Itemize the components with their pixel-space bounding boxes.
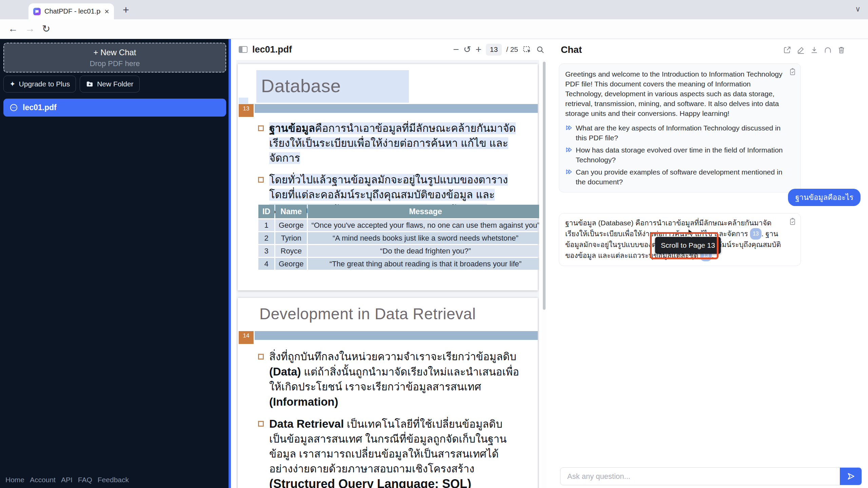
table-row: 1 George “Once you've accepted your flaw… — [258, 219, 539, 231]
slide14-page-badge: 14 — [239, 331, 254, 344]
suggested-question-1[interactable]: What are the key aspects of Information … — [565, 123, 785, 143]
pdf-scroll-area[interactable]: Database 13 ฐานข้อมูลคือการนำเอาข้อมูลที… — [236, 60, 539, 488]
sidebar-item-lec01-pdf[interactable]: lec01.pdf — [3, 99, 226, 117]
slide13-title-bar — [255, 104, 538, 113]
user-message: ฐานข้อมูลคืออะไร — [788, 189, 861, 206]
square-bullet-icon — [258, 177, 264, 183]
headset-icon[interactable] — [824, 46, 832, 54]
chat-message-list: Greetings and welcome to the Introductio… — [559, 60, 861, 462]
back-button[interactable]: ← — [8, 23, 18, 34]
table-row: 2 Tyrion “A mind needs books just like a… — [258, 232, 539, 244]
table-header-id: ID — [258, 205, 274, 218]
pdf-page-14: Development in Data Retrieval 14 สิ่งที่… — [238, 298, 538, 488]
zoom-in-button[interactable]: + — [475, 44, 481, 55]
footer-link-api[interactable]: API — [61, 476, 73, 484]
database-example-table: ID Name Message 1 George “Once you've ac… — [257, 204, 539, 271]
new-tab-button[interactable]: + — [123, 4, 129, 16]
download-icon[interactable] — [810, 46, 818, 54]
slide14-title: Development in Data Retrieval — [259, 305, 476, 323]
square-bullet-icon — [258, 125, 264, 131]
upgrade-to-plus-button[interactable]: ✦ Upgrade to Plus — [3, 76, 76, 93]
chat-panel: Chat — [558, 39, 868, 488]
pdf-title: lec01.pdf — [252, 44, 292, 55]
question-arrow-icon — [565, 168, 573, 187]
square-bullet-icon — [258, 354, 264, 360]
sidebar-footer: Home Account API FAQ Feedback — [5, 476, 129, 484]
sidebar-scrollbar[interactable] — [229, 39, 231, 488]
slide-deco-square — [239, 98, 248, 104]
browser-toolbar: ← → ↻ chatpdf.com/c/12UWEwLPiQHUuQqmjrvG… — [0, 19, 868, 39]
browser-tab[interactable]: ChatPDF - lec01.pdf × — [28, 3, 114, 19]
chat-input-bar — [560, 467, 862, 485]
slide13-title: Database — [261, 75, 341, 96]
reload-button[interactable]: ↻ — [42, 23, 50, 35]
question-arrow-icon — [565, 146, 573, 165]
page-total-label: / 25 — [506, 45, 518, 54]
page-reference-badge[interactable]: 13 — [750, 228, 762, 240]
footer-link-home[interactable]: Home — [5, 476, 24, 484]
pdf-scrollbar-thumb[interactable] — [543, 62, 546, 310]
search-icon[interactable] — [536, 45, 545, 54]
chat-bubble-icon — [9, 103, 18, 112]
chat-title: Chat — [561, 44, 582, 55]
snapshot-selection-icon[interactable] — [522, 45, 532, 54]
drop-pdf-hint: Drop PDF here — [4, 59, 225, 68]
table-row: 4 George “The great thing about reading … — [258, 258, 539, 270]
page-number-input[interactable]: 13 — [486, 44, 502, 56]
square-bullet-icon — [258, 421, 264, 427]
tab-title: ChatPDF - lec01.pdf — [44, 7, 101, 15]
folder-plus-icon — [86, 80, 94, 88]
chatpdf-favicon-icon — [33, 8, 41, 15]
zoom-out-button[interactable]: − — [453, 44, 459, 55]
browser-tabstrip: ChatPDF - lec01.pdf × + ∨ — [0, 0, 868, 19]
slide13-bullet-1: ฐานข้อมูลคือการนำเอาข้อมูลที่มีลักษณะคล้… — [258, 121, 520, 166]
question-input[interactable] — [560, 472, 840, 481]
copy-message-icon[interactable] — [789, 68, 796, 76]
footer-link-account[interactable]: Account — [30, 476, 56, 484]
table-header-name: Name — [275, 205, 307, 218]
footer-link-faq[interactable]: FAQ — [78, 476, 92, 484]
table-header-message: Message — [308, 205, 539, 218]
delete-chat-icon[interactable] — [837, 46, 846, 54]
slide13-page-badge: 13 — [239, 104, 254, 117]
new-folder-button[interactable]: New Folder — [80, 76, 139, 93]
edit-icon[interactable] — [796, 46, 805, 54]
slide14-bullet-1: สิ่งที่ถูกบันทึกลงในหน่วยความจำเราจะเรีย… — [258, 349, 520, 410]
chat-header: Chat — [558, 39, 868, 55]
scroll-to-page-tooltip: Scroll to Page 13 — [655, 237, 721, 254]
tabstrip-chevron-icon[interactable]: ∨ — [855, 5, 861, 14]
collapse-sidebar-icon[interactable] — [238, 45, 248, 54]
pdf-viewer-header: lec01.pdf − ↺ + 13 / 25 — [236, 39, 547, 60]
new-chat-button[interactable]: + New Chat — [4, 48, 225, 57]
pdf-viewer-panel: lec01.pdf − ↺ + 13 / 25 — [236, 39, 547, 488]
share-icon[interactable] — [783, 46, 791, 54]
suggested-question-3[interactable]: Can you provide examples of software dev… — [565, 167, 785, 187]
footer-link-feedback[interactable]: Feedback — [98, 476, 129, 484]
main-area: lec01.pdf − ↺ + 13 / 25 — [231, 39, 868, 488]
table-row: 3 Royce “Do the dead frighten you?” — [258, 245, 539, 257]
new-chat-dropzone[interactable]: + New Chat Drop PDF here — [3, 43, 226, 73]
question-arrow-icon — [565, 124, 573, 143]
rotate-button[interactable]: ↺ — [463, 45, 471, 54]
tab-close-icon[interactable]: × — [104, 7, 109, 16]
mouse-cursor-icon — [686, 228, 696, 238]
sparkle-icon: ✦ — [9, 80, 16, 88]
forward-button[interactable]: → — [25, 23, 35, 34]
copy-message-icon[interactable] — [789, 218, 796, 225]
assistant-greeting-message: Greetings and welcome to the Introductio… — [559, 63, 801, 192]
slide14-title-bar — [255, 331, 538, 340]
pdf-page-13: Database 13 ฐานข้อมูลคือการนำเอาข้อมูลที… — [238, 64, 538, 290]
slide14-bullet-2: Data Retrieval เป็นเทคโนโลยีที่ใช้เปลี่ย… — [258, 416, 520, 488]
sidebar: + New Chat Drop PDF here ✦ Upgrade to Pl… — [0, 39, 231, 488]
pdf-scrollbar[interactable] — [542, 60, 547, 488]
suggested-question-2[interactable]: How has data storage evolved over time i… — [565, 145, 785, 165]
send-button[interactable] — [840, 468, 862, 485]
